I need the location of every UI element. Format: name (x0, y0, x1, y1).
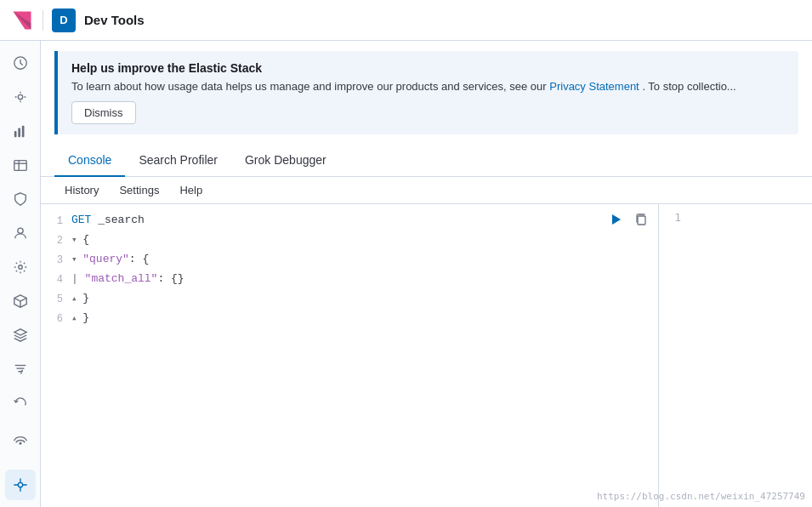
sidebar-item-signal[interactable] (5, 422, 36, 453)
dev-tools-icon (13, 477, 28, 493)
svg-point-14 (20, 442, 21, 444)
submenu-help[interactable]: Help (169, 177, 213, 203)
svg-point-8 (17, 228, 22, 233)
user-icon (13, 225, 28, 241)
code-line: 4 | "match_all": {} (41, 270, 658, 289)
svg-point-9 (18, 265, 22, 270)
sidebar-item-user[interactable] (5, 218, 36, 248)
submenu-settings[interactable]: Settings (109, 177, 169, 203)
sidebar-item-chart[interactable] (5, 116, 36, 146)
svg-rect-3 (18, 128, 20, 137)
improvement-banner: Help us improve the Elastic Stack To lea… (54, 51, 798, 134)
chart-icon (13, 123, 28, 139)
svg-rect-2 (14, 131, 16, 137)
run-button[interactable] (605, 209, 626, 230)
tab-console[interactable]: Console (54, 145, 125, 177)
sidebar-item-box[interactable] (5, 286, 36, 316)
watermark: https://blog.csdn.net/weixin_47257749 (597, 491, 805, 502)
dismiss-button[interactable]: Dismiss (71, 101, 136, 124)
code-line: 1 GET _search (41, 211, 658, 231)
sidebar-item-refresh[interactable] (5, 388, 36, 419)
svg-rect-17 (638, 216, 645, 225)
banner-text: To learn about how usage data helps us m… (71, 80, 785, 93)
code-line: 3 ▾ "query": { (41, 250, 658, 270)
top-bar: D Dev Tools (0, 0, 812, 41)
box-icon (13, 293, 28, 309)
signal-icon (13, 430, 28, 445)
copy-curl-button[interactable] (631, 209, 651, 230)
table-icon (13, 157, 28, 173)
svg-rect-4 (21, 126, 24, 138)
gear-icon (13, 259, 28, 275)
page-title: Dev Tools (84, 13, 145, 27)
svg-point-1 (18, 94, 22, 99)
sidebar-item-recent[interactable] (5, 82, 36, 112)
run-icon (609, 213, 622, 226)
sidebar-item-dev-tools[interactable] (5, 470, 36, 500)
sidebar-item-table[interactable] (5, 150, 36, 180)
tab-search-profiler[interactable]: Search Profiler (125, 145, 231, 177)
code-line: 2 ▾ { (41, 231, 658, 250)
right-code-line: 1 (659, 211, 812, 224)
code-line: 5 ▴ } (41, 289, 658, 309)
banner-title: Help us improve the Elastic Stack (71, 61, 785, 75)
sidebar (0, 41, 41, 507)
tab-grok-debugger[interactable]: Grok Debugger (231, 145, 340, 177)
sidebar-item-gear[interactable] (5, 252, 36, 282)
content-area: Help us improve the Elastic Stack To lea… (41, 41, 812, 507)
editor-right-pane: 1 https://blog.csdn.net/weixin_47257749 (659, 204, 812, 507)
filter-icon (13, 362, 28, 377)
sidebar-item-stack[interactable] (5, 320, 36, 350)
recent-icon (13, 89, 28, 105)
svg-rect-5 (14, 161, 26, 171)
privacy-statement-link[interactable]: Privacy Statement (549, 80, 639, 93)
submenu-history[interactable]: History (54, 177, 109, 203)
sidebar-item-shield[interactable] (5, 184, 36, 214)
copy-icon (634, 213, 648, 226)
kibana-logo (10, 9, 34, 32)
shield-icon (13, 191, 28, 207)
editor-section: History Settings Help (41, 177, 812, 507)
stack-icon (13, 328, 28, 343)
tabs-row: Console Search Profiler Grok Debugger (41, 145, 812, 177)
editor-container: 1 GET _search 2 ▾ { (41, 204, 812, 507)
sidebar-item-clock[interactable] (5, 48, 36, 78)
divider (43, 10, 43, 31)
refresh-icon (13, 396, 28, 411)
sub-menu: History Settings Help (41, 177, 812, 204)
svg-point-15 (18, 482, 22, 487)
user-avatar[interactable]: D (52, 9, 76, 32)
svg-marker-16 (612, 214, 621, 225)
code-editor[interactable]: 1 GET _search 2 ▾ { (41, 204, 658, 335)
editor-toolbar (605, 209, 651, 230)
sidebar-item-filter[interactable] (5, 354, 36, 385)
editor-left-pane[interactable]: 1 GET _search 2 ▾ { (41, 204, 659, 507)
clock-icon (13, 55, 28, 71)
code-line: 6 ▴ } (41, 309, 658, 328)
